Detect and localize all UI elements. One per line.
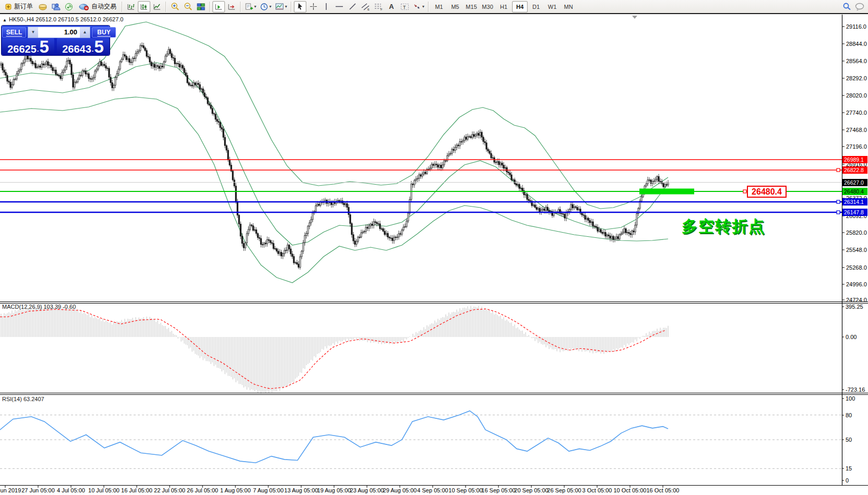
svg-text:16 Oct 05:00: 16 Oct 05:00 <box>647 487 680 493</box>
auto-scroll-button[interactable] <box>212 1 225 13</box>
svg-text:22 Jul 05:00: 22 Jul 05:00 <box>154 487 185 493</box>
timeframe-label: H1 <box>500 4 507 10</box>
sell-price-frac: 5 <box>39 40 49 54</box>
svg-text:26314.1: 26314.1 <box>844 199 864 205</box>
price-flag-26480[interactable]: 26480.4 <box>747 186 787 198</box>
periods-button[interactable]: ▾ <box>258 1 273 13</box>
svg-text:26822.8: 26822.8 <box>844 167 864 173</box>
text-tool-label: A <box>389 3 394 10</box>
timeframe-label: D1 <box>532 4 540 10</box>
horizontal-line-icon <box>335 3 343 10</box>
tile-windows-button[interactable] <box>195 1 207 13</box>
buy-button[interactable]: BUY <box>92 27 116 38</box>
sponge-button[interactable] <box>37 1 49 13</box>
macd-indicator-label: MACD(12,26,9) 103.39 -0.60 <box>2 304 76 310</box>
market-watch-button[interactable] <box>50 1 62 13</box>
bar-chart-button[interactable] <box>125 1 137 13</box>
buy-price[interactable]: 26643.5 <box>57 38 109 55</box>
crosshair-button[interactable] <box>307 1 319 13</box>
volume-decrease-button[interactable]: ▼ <box>28 27 38 38</box>
text-label-icon: T <box>400 3 409 11</box>
search-button[interactable] <box>840 1 853 13</box>
autotrading-icon <box>79 3 89 10</box>
separator <box>240 2 241 12</box>
svg-text:26989.1: 26989.1 <box>844 156 864 163</box>
collapse-panel-arrow-icon[interactable]: ▲ <box>3 18 7 22</box>
sell-price-dot: . <box>37 45 39 54</box>
sell-price[interactable]: 26625.5 <box>2 38 54 55</box>
svg-text:1 Aug 05:00: 1 Aug 05:00 <box>220 487 251 493</box>
toolbar: 新订单 自动交易 ▾ ▾ ▾ E F A T ▾ M <box>0 0 868 14</box>
timeframe-mn[interactable]: MN <box>561 1 576 13</box>
svg-text:0: 0 <box>846 477 849 484</box>
text-button[interactable]: A <box>385 1 398 13</box>
auto-scroll-icon <box>215 3 223 11</box>
signals-button[interactable] <box>63 1 75 13</box>
zoom-out-icon <box>184 2 193 11</box>
separator <box>122 2 123 12</box>
caret-icon: ▾ <box>422 4 424 9</box>
chart-shift-button[interactable] <box>225 1 238 13</box>
autotrading-button[interactable]: 自动交易 <box>76 1 120 13</box>
svg-text:50: 50 <box>846 437 852 443</box>
svg-text:0.00: 0.00 <box>846 334 857 340</box>
svg-text:26 Sep 05:00: 26 Sep 05:00 <box>547 487 581 493</box>
arrows-button[interactable]: ▾ <box>411 1 426 13</box>
svg-text:7 Aug 05:00: 7 Aug 05:00 <box>253 487 284 493</box>
timeframe-label: M5 <box>451 4 459 10</box>
chart-canvas[interactable]: 29116.028844.028564.028292.028020.027740… <box>0 14 868 495</box>
svg-text:23 Aug 05:00: 23 Aug 05:00 <box>350 487 384 493</box>
svg-text:26 Jul 05:00: 26 Jul 05:00 <box>187 487 218 493</box>
sell-button[interactable]: SELL <box>2 27 26 38</box>
timeframe-m15[interactable]: M15 <box>463 1 479 13</box>
svg-text:24724.0: 24724.0 <box>846 297 867 303</box>
svg-text:25820.0: 25820.0 <box>846 230 867 236</box>
svg-text:27 Jun 05:00: 27 Jun 05:00 <box>21 487 55 493</box>
horizontal-line-button[interactable] <box>333 1 346 13</box>
new-chart-button[interactable]: ▾ <box>243 1 258 13</box>
timeframe-label: M1 <box>435 4 443 10</box>
trendline-button[interactable] <box>346 1 359 13</box>
svg-text:80: 80 <box>846 412 852 418</box>
timeframe-h1[interactable]: H1 <box>496 1 512 13</box>
svg-text:16 Jul 05:00: 16 Jul 05:00 <box>121 487 152 493</box>
svg-text:29116.0: 29116.0 <box>846 23 866 30</box>
timeframe-label: W1 <box>548 4 557 10</box>
chat-button[interactable] <box>853 1 866 13</box>
sell-price-main: 26625 <box>7 44 37 54</box>
fibonacci-button[interactable]: F <box>372 1 385 13</box>
bar-chart-icon <box>127 3 135 11</box>
timeframe-m1[interactable]: M1 <box>431 1 447 13</box>
buy-price-frac: 5 <box>94 40 103 54</box>
svg-text:15: 15 <box>846 465 852 472</box>
cursor-button[interactable] <box>294 1 306 13</box>
vertical-line-button[interactable] <box>320 1 332 13</box>
volume-increase-button[interactable]: ▲ <box>80 27 90 38</box>
templates-button[interactable]: ▾ <box>274 1 289 13</box>
zoom-in-button[interactable] <box>169 1 181 13</box>
svg-text:26147.8: 26147.8 <box>844 209 864 215</box>
timeframe-w1[interactable]: W1 <box>544 1 560 13</box>
highlight-bar <box>639 189 694 195</box>
text-label-button[interactable]: T <box>398 1 411 13</box>
svg-text:24996.0: 24996.0 <box>846 281 867 287</box>
candlestick-chart-button[interactable] <box>138 1 150 13</box>
one-click-trading-panel: SELL ▼ ▲ BUY 26625.5 26643.5 <box>2 26 110 55</box>
svg-text:10 Sep 05:00: 10 Sep 05:00 <box>448 487 482 493</box>
svg-text:16 Sep 05:00: 16 Sep 05:00 <box>481 487 515 493</box>
new-order-button[interactable]: 新订单 <box>2 1 36 13</box>
timeframe-d1[interactable]: D1 <box>528 1 544 13</box>
timeframe-m5[interactable]: M5 <box>447 1 463 13</box>
zoom-out-button[interactable] <box>182 1 194 13</box>
channel-button[interactable]: E <box>359 1 372 13</box>
volume-input[interactable] <box>38 27 80 38</box>
timeframe-h4[interactable]: H4 <box>512 1 528 13</box>
svg-text:E: E <box>367 8 370 11</box>
svg-text:T: T <box>403 4 406 9</box>
candlestick-chart-icon <box>140 3 148 11</box>
search-icon <box>842 2 851 11</box>
line-chart-button[interactable] <box>151 1 163 13</box>
chart-annotation-text[interactable]: 多空转折点 <box>682 216 765 237</box>
timeframe-m30[interactable]: M30 <box>480 1 495 13</box>
timeframe-label: H4 <box>516 4 524 10</box>
